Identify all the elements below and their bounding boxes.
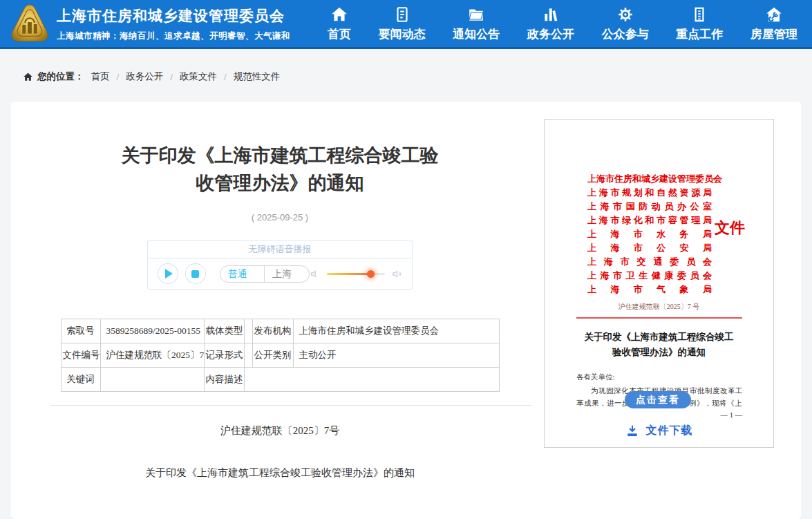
agency-line: 上海市绿化和市容管理局	[587, 214, 712, 227]
preview-page-number: — 1 —	[721, 411, 743, 419]
agency-logo-icon	[10, 3, 50, 46]
home-icon	[330, 6, 348, 23]
breadcrumb-item-normative-docs[interactable]: 规范性文件	[234, 70, 281, 83]
site-title: 上海市住房和城乡建设管理委员会	[57, 6, 290, 26]
agency-line: 上海市水务局	[587, 227, 712, 241]
gear-icon	[616, 6, 634, 23]
meta-label-doc-no: 文件编号	[61, 343, 100, 368]
meta-value-issuer: 上海市住房和城乡建设管理委员会	[293, 319, 499, 343]
page-title-line2: 收管理办法》的通知	[50, 169, 509, 197]
download-label: 文件下载	[646, 424, 693, 438]
issuing-agencies-list: 上海市住房和城乡建设管理委员会 上海市规划和自然资源局 上海市国防动员办公室 上…	[587, 172, 712, 296]
language-toggle: 普通话 上海话	[220, 265, 310, 283]
preview-doc-title-line2: 验收管理办法》的通知	[545, 345, 773, 360]
nav-label: 房屋管理	[750, 26, 797, 42]
meta-value-doc-no: 沪住建规范联〔2025〕7 号	[100, 343, 204, 368]
brand-block: 上海市住房和城乡建设管理委员会 上海城市精神：海纳百川、追求卓越、开明睿智、大气…	[57, 6, 290, 42]
nav-label: 重点工作	[676, 26, 723, 42]
meta-label-issuer: 发布机构	[252, 319, 293, 343]
lang-shanghainese-option[interactable]: 上海话	[264, 266, 309, 282]
breadcrumb-item-policy-docs[interactable]: 政策文件	[180, 70, 217, 83]
breadcrumb-separator: /	[170, 72, 173, 82]
agency-line: 上海市卫生健康委员会	[587, 269, 712, 283]
nav-label: 通知公告	[453, 26, 500, 42]
preview-doc-title: 关于印发《上海市建筑工程综合竣工 验收管理办法》的通知	[545, 330, 773, 360]
audio-caption: 无障碍语音播报	[147, 240, 413, 258]
play-button[interactable]	[158, 263, 178, 284]
news-icon	[393, 6, 411, 23]
file-download-link[interactable]: 文件下载	[545, 424, 773, 438]
nav-item-key-work[interactable]: 重点工作	[672, 0, 727, 47]
volume-slider[interactable]	[327, 273, 385, 275]
folder-icon	[467, 6, 485, 23]
meta-label-carrier-type: 载体类型	[204, 319, 244, 343]
meta-label-keywords: 关键词	[61, 368, 100, 392]
download-icon	[625, 424, 639, 438]
breadcrumb-item-gov-info[interactable]: 政务公开	[126, 70, 163, 83]
nav-label: 要闻动态	[379, 26, 426, 42]
nav-label: 公众参与	[602, 26, 649, 42]
meta-label-disclosure-type: 公开类别	[252, 343, 293, 368]
meta-value-index-no: 3589258689/2025-00155	[100, 319, 204, 343]
meta-value-description	[244, 368, 499, 392]
breadcrumb-prefix: 您的位置：	[37, 70, 84, 83]
breadcrumb-separator: /	[224, 72, 227, 82]
content-card: 关于印发《上海市建筑工程综合竣工验 收管理办法》的通知 ( 2025-09-25…	[10, 102, 802, 519]
click-to-view-button[interactable]: 点击查看	[625, 391, 691, 408]
play-icon	[165, 269, 173, 279]
building-icon	[690, 6, 708, 23]
table-row: 关键词 内容描述	[61, 368, 499, 392]
meta-value-disclosure-type: 主动公开	[293, 343, 499, 368]
breadcrumb-separator: /	[117, 72, 120, 82]
nav-label: 首页	[328, 26, 351, 42]
document-number-line: 沪住建规范联〔2025〕7号	[50, 424, 509, 437]
site-header: 上海市住房和城乡建设管理委员会 上海城市精神：海纳百川、追求卓越、开明睿智、大气…	[0, 0, 812, 49]
audio-controls: 普通话 上海话	[147, 258, 413, 290]
bar-chart-icon	[542, 6, 560, 23]
file-label: 文件	[715, 218, 745, 238]
nav-item-gov-info[interactable]: 政务公开	[523, 0, 578, 47]
volume-loud-icon	[392, 269, 402, 279]
page-title: 关于印发《上海市建筑工程综合竣工验 收管理办法》的通知	[50, 142, 509, 197]
meta-label-description: 内容描述	[204, 368, 244, 392]
agency-line: 上海市国防动员办公室	[587, 200, 712, 214]
meta-value-keywords	[100, 368, 204, 392]
preview-doc-title-line1: 关于印发《上海市建筑工程综合竣工	[545, 330, 773, 345]
document-preview-panel: 上海市住房和城乡建设管理委员会 上海市规划和自然资源局 上海市国防动员办公室 上…	[544, 119, 774, 448]
nav-item-notices[interactable]: 通知公告	[449, 0, 504, 47]
agency-line: 上海市规划和自然资源局	[587, 186, 712, 200]
red-divider-line	[576, 317, 742, 319]
lang-mandarin-option[interactable]: 普通话	[220, 266, 265, 282]
table-row: 索取号 3589258689/2025-00155 载体类型 发布机构 上海市住…	[61, 319, 499, 343]
house-wrench-icon	[765, 6, 783, 23]
stop-button[interactable]	[185, 263, 206, 284]
volume-slider-fill	[327, 273, 371, 275]
agency-line: 上海市公安局	[587, 241, 712, 255]
nav-item-participation[interactable]: 公众参与	[598, 0, 653, 47]
nav-item-housing[interactable]: 房屋管理	[746, 0, 802, 47]
preview-salutation: 各有关单位:	[576, 372, 614, 382]
nav-item-home[interactable]: 首页	[323, 0, 355, 47]
breadcrumb-home-icon	[23, 72, 33, 82]
table-row: 文件编号 沪住建规范联〔2025〕7 号 记录形式 公开类别 主动公开	[61, 343, 499, 368]
site-slogan: 上海城市精神：海纳百川、追求卓越、开明睿智、大气谦和	[57, 30, 290, 42]
stop-icon	[191, 270, 199, 278]
agency-line: 上海市气象局	[587, 283, 712, 296]
meta-label-index-no: 索取号	[61, 319, 100, 343]
meta-value-record-form	[244, 343, 252, 368]
meta-label-record-form: 记录形式	[204, 343, 244, 368]
agency-line: 上海市交通委员会	[587, 255, 712, 269]
nav-item-news[interactable]: 要闻动态	[375, 0, 430, 47]
page-title-line1: 关于印发《上海市建筑工程综合竣工验	[50, 142, 509, 169]
breadcrumb-item-home[interactable]: 首页	[91, 70, 110, 83]
section-divider	[50, 405, 532, 406]
breadcrumb: 您的位置： 首页 / 政务公开 / 政策文件 / 规范性文件	[23, 69, 287, 84]
agency-line: 上海市住房和城乡建设管理委员会	[587, 172, 712, 186]
meta-value-carrier-type	[244, 319, 252, 343]
article-column: 关于印发《上海市建筑工程综合竣工验 收管理办法》的通知 ( 2025-09-25…	[50, 102, 509, 480]
main-nav: 首页 要闻动态 通知公告 政务公开 公众参与	[323, 0, 802, 47]
volume-group	[310, 269, 402, 279]
document-meta-table: 索取号 3589258689/2025-00155 载体类型 发布机构 上海市住…	[61, 319, 500, 392]
volume-mute-icon	[310, 269, 320, 279]
volume-slider-knob[interactable]	[367, 270, 375, 278]
